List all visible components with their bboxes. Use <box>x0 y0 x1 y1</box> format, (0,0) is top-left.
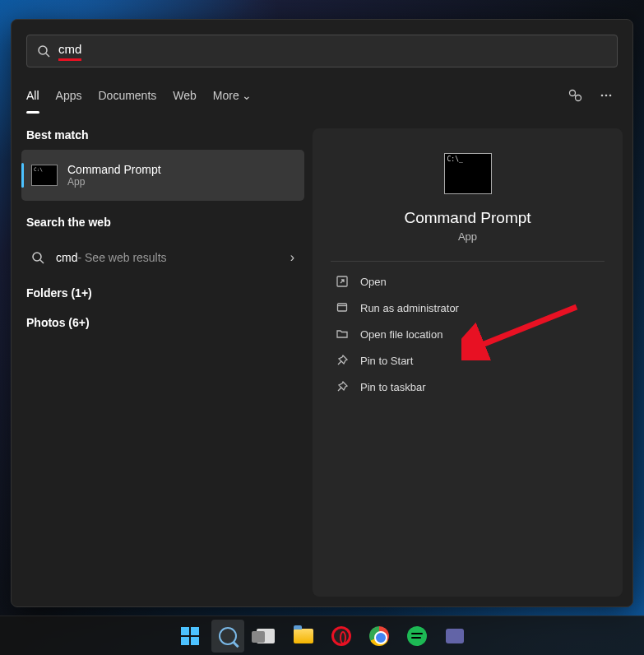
filter-tabs: All Apps Documents Web More⌄ <box>26 82 618 109</box>
start-button[interactable] <box>174 620 206 653</box>
photos-result[interactable]: Photos (6+) <box>21 304 304 334</box>
search-annotation-underline <box>58 58 81 61</box>
pin-icon <box>336 354 349 367</box>
search-web-label: Search the web <box>21 201 304 237</box>
svg-line-1 <box>46 53 49 57</box>
svg-point-0 <box>39 46 47 54</box>
chevron-down-icon: ⌄ <box>242 89 252 102</box>
action-label: Pin to taskbar <box>360 381 426 393</box>
chat-icon <box>446 629 464 643</box>
svg-line-4 <box>575 95 577 97</box>
chevron-right-icon: › <box>290 250 294 265</box>
spotify-button[interactable] <box>401 620 433 653</box>
chrome-button[interactable] <box>363 620 396 653</box>
divider <box>331 261 605 262</box>
recent-searches-button[interactable] <box>563 84 586 107</box>
opera-icon <box>331 626 351 646</box>
best-match-subtitle: App <box>67 176 161 188</box>
taskbar-search-button[interactable] <box>211 620 244 653</box>
web-result-term: cmd <box>56 251 77 264</box>
search-icon <box>37 44 50 58</box>
action-open-file-location[interactable]: Open file location <box>313 321 623 347</box>
task-view-icon <box>257 629 275 643</box>
tab-documents[interactable]: Documents <box>98 86 156 105</box>
folders-result[interactable]: Folders (1+) <box>21 275 304 304</box>
svg-rect-11 <box>338 304 347 311</box>
pin-icon <box>336 380 349 393</box>
svg-point-7 <box>609 95 612 97</box>
svg-point-6 <box>605 95 608 97</box>
tab-more[interactable]: More⌄ <box>213 86 252 105</box>
spotify-icon <box>407 626 427 646</box>
admin-shield-icon <box>336 301 349 314</box>
search-input[interactable] <box>58 42 215 56</box>
more-options-button[interactable] <box>595 84 618 107</box>
action-label: Pin to Start <box>360 355 413 367</box>
svg-point-8 <box>33 253 41 261</box>
windows-search-panel: All Apps Documents Web More⌄ Best match … <box>11 19 633 607</box>
svg-line-9 <box>40 260 44 263</box>
opera-button[interactable] <box>325 620 358 653</box>
tab-apps[interactable]: Apps <box>56 86 82 105</box>
svg-point-5 <box>601 95 604 97</box>
folder-icon <box>294 629 313 643</box>
best-match-command-prompt[interactable]: Command Prompt App <box>21 150 304 201</box>
best-match-title: Command Prompt <box>67 163 161 176</box>
action-pin-to-taskbar[interactable]: Pin to taskbar <box>313 374 623 400</box>
task-view-button[interactable] <box>249 620 282 653</box>
action-pin-to-start[interactable]: Pin to Start <box>313 347 623 374</box>
windows-logo-icon <box>181 627 199 645</box>
action-label: Open file location <box>360 328 442 341</box>
action-open[interactable]: Open <box>313 268 623 295</box>
tab-all[interactable]: All <box>26 86 39 105</box>
chat-button[interactable] <box>438 620 471 653</box>
preview-title: Command Prompt <box>313 209 623 227</box>
search-bar[interactable] <box>26 35 618 67</box>
web-result-suffix: - See web results <box>77 251 166 264</box>
preview-panel: Command Prompt App Open Run as administr… <box>313 128 623 597</box>
action-label: Open <box>360 276 387 288</box>
folder-icon <box>336 328 349 341</box>
chrome-icon <box>369 626 389 646</box>
results-column: Best match Command Prompt App Search the… <box>21 128 304 597</box>
file-explorer-button[interactable] <box>287 620 320 653</box>
search-icon <box>219 627 237 645</box>
action-run-as-administrator[interactable]: Run as administrator <box>313 295 623 321</box>
preview-subtitle: App <box>313 230 623 243</box>
open-icon <box>336 275 349 288</box>
command-prompt-icon <box>31 165 58 186</box>
svg-point-2 <box>570 91 576 96</box>
search-icon <box>31 251 44 264</box>
web-result-cmd[interactable]: cmd - See web results › <box>21 240 304 275</box>
tab-web[interactable]: Web <box>173 86 197 105</box>
taskbar <box>0 616 644 655</box>
command-prompt-icon <box>444 153 492 194</box>
best-match-label: Best match <box>21 128 304 150</box>
action-label: Run as administrator <box>360 302 459 314</box>
